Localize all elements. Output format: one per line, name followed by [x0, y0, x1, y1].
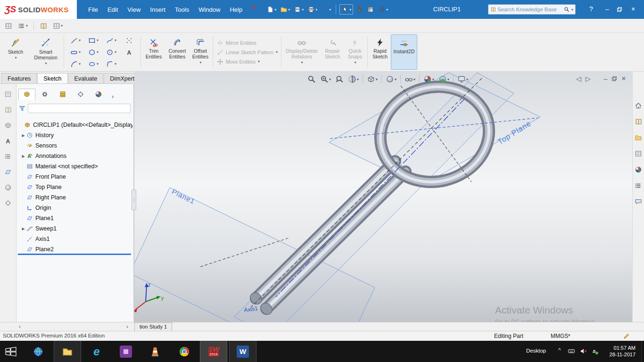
- search-input[interactable]: [497, 7, 562, 12]
- ellipse-tool-button[interactable]: ▾: [84, 58, 102, 70]
- volume-muted-icon[interactable]: [580, 347, 587, 355]
- undo-button[interactable]: ▾: [320, 5, 332, 14]
- dropdown-caret-icon[interactable]: ▾: [376, 77, 378, 82]
- dropdown-caret-icon[interactable]: ▾: [395, 77, 396, 82]
- tree-item-right-plane[interactable]: Right Plane: [17, 192, 132, 203]
- table-tool-button[interactable]: [3, 20, 14, 32]
- safely-remove-icon[interactable]: [591, 347, 599, 355]
- book-tool-button[interactable]: [38, 20, 49, 32]
- slot-tool-button[interactable]: ▾: [66, 46, 84, 58]
- sketch-fillet-tool-button[interactable]: ▾: [102, 58, 120, 70]
- search-icon[interactable]: [564, 7, 570, 12]
- design-library-button[interactable]: [632, 116, 644, 127]
- menu-tools[interactable]: Tools: [170, 4, 194, 15]
- dropdown-caret-icon[interactable]: ▾: [274, 8, 276, 12]
- dropdown-caret-icon[interactable]: ▾: [199, 60, 201, 65]
- dropdown-caret-icon[interactable]: ▾: [45, 61, 47, 66]
- expand-arrow-icon[interactable]: ▶: [20, 133, 26, 138]
- tree-item-sweep1[interactable]: ▶ Sweep1: [17, 223, 132, 234]
- open-button[interactable]: ▾: [279, 5, 291, 14]
- dropdown-caret-icon[interactable]: ▾: [115, 38, 116, 42]
- dock-plane-button[interactable]: [2, 166, 14, 178]
- close-document-icon[interactable]: ×: [621, 74, 626, 83]
- dropdown-caret-icon[interactable]: ▾: [447, 77, 449, 82]
- dropdown-caret-icon[interactable]: ▾: [258, 59, 260, 64]
- rebuild-button[interactable]: [354, 5, 364, 14]
- instant2d-button[interactable]: Instant2D: [391, 34, 417, 70]
- section-view-button[interactable]: ▾: [346, 74, 361, 85]
- dropdown-caret-icon[interactable]: ▾: [349, 8, 351, 12]
- pin-menu-icon[interactable]: [249, 4, 256, 12]
- expand-arrow-icon[interactable]: ▶: [20, 154, 26, 158]
- touch-keyboard-icon[interactable]: [568, 347, 575, 355]
- tree-root-circlip1[interactable]: CIRCLIP1 (Default<<Default>_Display St: [17, 120, 132, 130]
- options-button[interactable]: ▾: [377, 5, 389, 14]
- tree-item-sensors[interactable]: Sensors: [17, 140, 132, 151]
- desktop-toolbar-label[interactable]: Desktop: [526, 348, 546, 354]
- tree-item-plane2[interactable]: Plane2: [17, 244, 132, 255]
- dropdown-caret-icon[interactable]: ▾: [302, 8, 304, 12]
- smart-dimension-button[interactable]: Smart Dimension ▾: [29, 34, 62, 70]
- taskbar-purple-app-button[interactable]: [112, 341, 140, 362]
- dock-target-button[interactable]: [2, 197, 14, 209]
- taskbar-solidworks-button[interactable]: SW 2016: [200, 341, 227, 362]
- motion-study-tab[interactable]: tion Study 1: [134, 322, 172, 331]
- minimize-document-icon[interactable]: –: [604, 75, 608, 82]
- dropdown-caret-icon[interactable]: ▾: [315, 8, 317, 12]
- dropdown-caret-icon[interactable]: ▾: [97, 50, 99, 54]
- print-button[interactable]: ▾: [306, 5, 319, 14]
- appearances-button[interactable]: [632, 164, 644, 175]
- tree-item-material[interactable]: Material <not specified>: [17, 161, 132, 172]
- list-tool-button[interactable]: ▾: [16, 20, 30, 32]
- dropdown-caret-icon[interactable]: ▾: [466, 77, 468, 82]
- dropdown-caret-icon[interactable]: ▾: [357, 77, 359, 82]
- dropdown-caret-icon[interactable]: ▾: [61, 24, 63, 28]
- home-tab-button[interactable]: [632, 100, 644, 111]
- dropdown-caret-icon[interactable]: ▾: [301, 60, 303, 65]
- pane-left-icon[interactable]: ◁: [576, 75, 581, 82]
- configurationmanager-tab[interactable]: [54, 89, 71, 100]
- tab-features[interactable]: Features: [1, 73, 37, 83]
- view-palette-button[interactable]: [632, 148, 644, 159]
- dock-book-button[interactable]: [2, 104, 14, 115]
- propertymanager-tab[interactable]: [36, 89, 53, 100]
- circle-tool-button[interactable]: ▾: [102, 46, 120, 58]
- tree-item-axis1[interactable]: Axis1: [17, 234, 132, 244]
- apply-scene-button[interactable]: ▾: [437, 74, 451, 85]
- grid-tool-button[interactable]: ▾: [51, 20, 65, 32]
- offset-entities-button[interactable]: Offset Entities ▾: [190, 34, 211, 70]
- menu-file[interactable]: File: [83, 4, 103, 15]
- dropdown-caret-icon[interactable]: ▾: [97, 62, 99, 66]
- previous-view-button[interactable]: [333, 74, 346, 85]
- dropdown-caret-icon[interactable]: ▾: [432, 77, 434, 82]
- dock-cube-button[interactable]: [2, 120, 14, 131]
- new-document-button[interactable]: ▾: [265, 5, 278, 14]
- corner-rectangle-tool-button[interactable]: ▾: [84, 34, 102, 46]
- restore-document-icon[interactable]: [611, 76, 617, 82]
- forum-button[interactable]: [632, 196, 644, 207]
- dock-palette-button[interactable]: [2, 89, 14, 100]
- linear-sketch-pattern-button[interactable]: Linear Sketch Pattern▾: [216, 49, 278, 56]
- dropdown-caret-icon[interactable]: ▾: [79, 50, 81, 54]
- convert-entities-button[interactable]: Convert Entities: [165, 34, 190, 70]
- tab-sketch[interactable]: Sketch: [37, 73, 67, 83]
- view-orientation-button[interactable]: ▾: [365, 74, 380, 85]
- custom-properties-button[interactable]: [632, 180, 644, 191]
- repair-sketch-button[interactable]: Repair Sketch: [321, 34, 344, 70]
- mirror-entities-button[interactable]: Mirror Entities: [216, 39, 278, 47]
- tree-item-annotations[interactable]: ▶ Annotations: [17, 151, 132, 161]
- tree-item-history[interactable]: ▶ History: [17, 130, 132, 140]
- dropdown-caret-icon[interactable]: ▾: [413, 77, 415, 82]
- taskbar-chrome-button[interactable]: [171, 341, 198, 362]
- move-entities-button[interactable]: Move Entities▾: [216, 58, 278, 66]
- dropdown-caret-icon[interactable]: ▾: [26, 24, 28, 28]
- dropdown-caret-icon[interactable]: ▾: [115, 50, 116, 54]
- tree-item-origin[interactable]: Origin: [17, 203, 132, 213]
- save-button[interactable]: ▾: [292, 5, 305, 14]
- display-delete-relations-button[interactable]: Display/Delete Relations ▾: [283, 34, 321, 70]
- show-desktop-button[interactable]: [641, 341, 644, 362]
- displaymanager-tab[interactable]: [90, 89, 107, 100]
- file-properties-button[interactable]: [365, 5, 376, 14]
- tree-item-plane1[interactable]: Plane1: [17, 213, 132, 223]
- flyout-arrow-icon[interactable]: ›: [112, 93, 114, 100]
